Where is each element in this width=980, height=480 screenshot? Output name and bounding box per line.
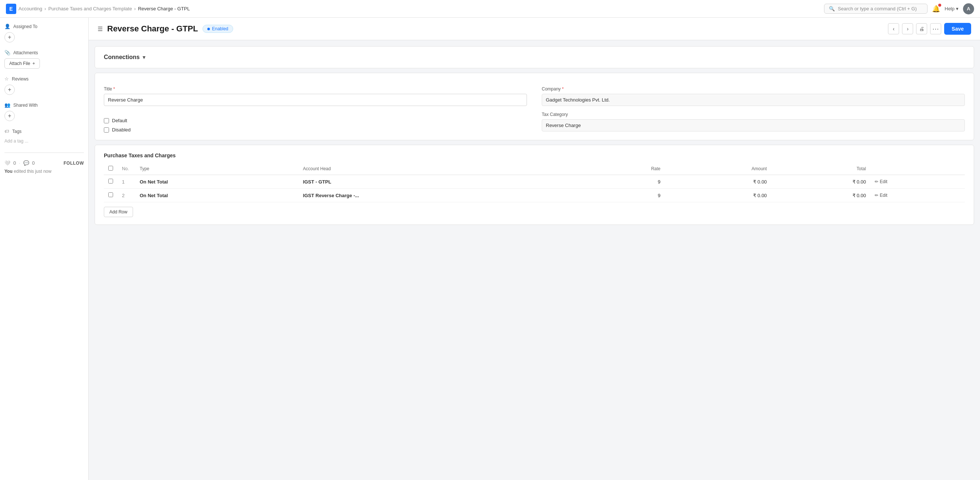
form-card: Title * Company * Gadget Technologies Pv… — [95, 73, 974, 140]
attachments-label: Attachments — [13, 50, 38, 55]
status-badge: Enabled — [202, 25, 233, 33]
title-group: Title * — [104, 86, 527, 106]
header-type: Type — [135, 163, 299, 175]
row-account-head: IGST - GTPL — [299, 175, 585, 189]
save-button[interactable]: Save — [944, 23, 971, 35]
assigned-to-section: 👤 Assigned To + — [5, 24, 84, 43]
header-rate: Rate — [585, 163, 665, 175]
row-rate: 9 — [585, 189, 665, 202]
bell-wrapper: 🔔 — [932, 5, 940, 13]
plus-icon: + — [32, 61, 35, 66]
assigned-to-label: Assigned To — [13, 24, 37, 29]
tax-category-group: Tax Category Reverse Charge — [542, 112, 965, 133]
shared-with-title: 👥 Shared With — [5, 102, 84, 108]
next-button[interactable]: › — [902, 23, 913, 34]
status-dot — [207, 28, 210, 30]
attach-file-button[interactable]: Attach File + — [5, 59, 40, 69]
page-header: ☰ Reverse Charge - GTPL Enabled ‹ › 🖨 ··… — [89, 18, 980, 40]
row-total: ₹ 0.00 — [771, 175, 870, 189]
row-no: 2 — [118, 189, 135, 202]
shared-with-label: Shared With — [13, 103, 38, 108]
table-header-row: No. Type Account Head Rate Amount Total — [104, 163, 965, 175]
add-assigned-to-button[interactable]: + — [5, 32, 15, 43]
table-row: 1 On Net Total IGST - GTPL 9 ₹ 0.00 ₹ 0.… — [104, 175, 965, 189]
add-shared-with-button[interactable]: + — [5, 111, 15, 121]
header-actions — [870, 163, 965, 175]
search-placeholder-text: Search or type a command (Ctrl + G) — [838, 6, 917, 11]
table-card: Purchase Taxes and Charges No. Type Acco… — [95, 145, 974, 225]
row-amount: ₹ 0.00 — [665, 175, 771, 189]
attach-file-label: Attach File — [9, 61, 30, 66]
reviews-section: ☆ Reviews + — [5, 76, 84, 95]
checkbox-group: Default Disabled — [104, 118, 527, 133]
edit-note-text: edited this — [14, 169, 34, 174]
disabled-checkbox-item: Disabled — [104, 127, 527, 133]
tax-category-value: Reverse Charge — [542, 119, 965, 131]
header-amount: Amount — [665, 163, 771, 175]
disabled-checkbox[interactable] — [104, 127, 109, 133]
heart-icon[interactable]: 🤍 — [5, 160, 10, 166]
sidebar: 👤 Assigned To + 📎 Attachments Attach Fil… — [0, 18, 89, 480]
add-review-button[interactable]: + — [5, 84, 15, 95]
table-section-title: Purchase Taxes and Charges — [104, 152, 965, 158]
likes-count: 0 — [13, 160, 16, 166]
more-options-button[interactable]: ··· — [930, 23, 941, 34]
breadcrumb-template[interactable]: Purchase Taxes and Charges Template — [48, 6, 132, 11]
app-logo[interactable]: E — [6, 4, 16, 14]
comment-icon[interactable]: 💬 — [23, 160, 29, 166]
tags-section: 🏷 Tags Add a tag ... — [5, 128, 84, 145]
attachments-section: 📎 Attachments Attach File + — [5, 50, 84, 69]
select-all-checkbox[interactable] — [108, 166, 113, 171]
default-label: Default — [112, 118, 127, 123]
company-required: * — [562, 86, 564, 92]
tags-label: Tags — [12, 129, 21, 134]
hamburger-icon[interactable]: ☰ — [97, 25, 103, 32]
row-total: ₹ 0.00 — [771, 189, 870, 202]
tag-icon: 🏷 — [5, 128, 9, 134]
title-required: * — [113, 86, 115, 92]
search-bar[interactable]: 🔍 Search or type a command (Ctrl + G) — [824, 4, 928, 14]
tags-title: 🏷 Tags — [5, 128, 84, 134]
help-button[interactable]: Help ▾ — [945, 6, 959, 11]
star-icon: ☆ — [5, 76, 9, 82]
chevron-down-icon: ▾ — [143, 54, 145, 60]
default-checkbox[interactable] — [104, 118, 109, 123]
table-row: 2 On Net Total IGST Reverse Charge -... … — [104, 189, 965, 202]
people-icon: 👥 — [5, 102, 10, 108]
edit-time: just now — [35, 169, 51, 174]
default-checkbox-item: Default — [104, 118, 527, 123]
user-icon: 👤 — [5, 24, 10, 29]
disabled-label: Disabled — [112, 127, 131, 133]
breadcrumb-accounting[interactable]: Accounting — [19, 6, 42, 11]
row-edit-button-1[interactable]: ✏ Edit — [875, 193, 961, 198]
help-label: Help — [945, 6, 955, 11]
sidebar-actions: 🤍 0 · 💬 0 FOLLOW — [5, 160, 84, 166]
breadcrumb: Accounting › Purchase Taxes and Charges … — [19, 6, 190, 11]
nav-right: 🔍 Search or type a command (Ctrl + G) 🔔 … — [824, 3, 974, 14]
previous-button[interactable]: ‹ — [888, 23, 899, 34]
print-button[interactable]: 🖨 — [916, 23, 927, 34]
title-label: Title * — [104, 86, 527, 92]
add-tag-input[interactable]: Add a tag ... — [5, 137, 84, 145]
page-actions: ‹ › 🖨 ··· Save — [888, 23, 971, 35]
add-row-button[interactable]: Add Row — [104, 207, 133, 217]
reviews-label: Reviews — [12, 76, 29, 82]
row-checkbox-1[interactable] — [108, 192, 113, 197]
top-navigation: E Accounting › Purchase Taxes and Charge… — [0, 0, 980, 18]
header-total: Total — [771, 163, 870, 175]
title-input[interactable] — [104, 94, 527, 106]
content-area: ☰ Reverse Charge - GTPL Enabled ‹ › 🖨 ··… — [89, 18, 980, 480]
page-title-section: ☰ Reverse Charge - GTPL Enabled — [97, 24, 233, 33]
user-avatar[interactable]: A — [963, 3, 974, 14]
assigned-to-title: 👤 Assigned To — [5, 24, 84, 29]
company-group: Company * Gadget Technologies Pvt. Ltd. — [542, 86, 965, 106]
follow-button[interactable]: FOLLOW — [64, 161, 84, 166]
tax-category-label: Tax Category — [542, 112, 965, 117]
paperclip-icon: 📎 — [5, 50, 10, 55]
nav-left: E Accounting › Purchase Taxes and Charge… — [6, 4, 190, 14]
row-type: On Net Total — [135, 189, 299, 202]
row-edit-button-0[interactable]: ✏ Edit — [875, 179, 961, 184]
page-content: Connections ▾ Title * — [89, 40, 980, 231]
connections-header[interactable]: Connections ▾ — [104, 54, 965, 60]
row-checkbox-0[interactable] — [108, 179, 113, 184]
